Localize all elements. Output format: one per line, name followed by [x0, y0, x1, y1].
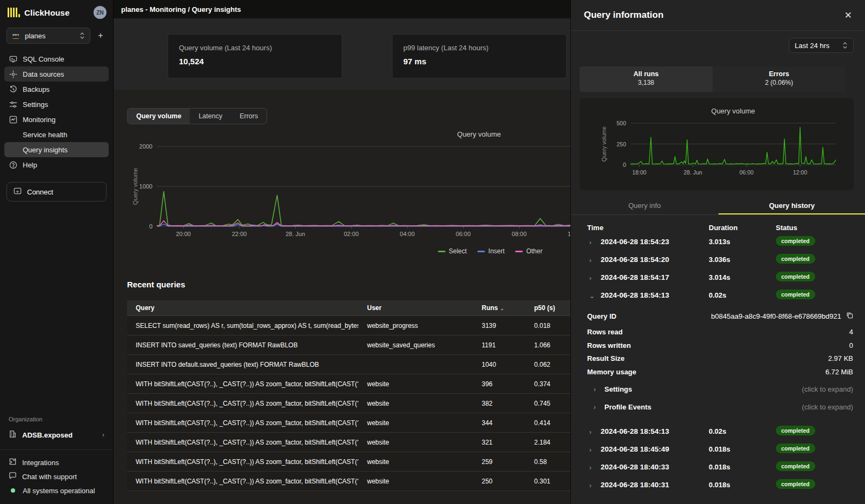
status-badge: completed: [776, 236, 815, 246]
svg-text:22:00: 22:00: [232, 231, 247, 237]
table-row[interactable]: SELECT sum(read_rows) AS r, sum(total_ro…: [127, 316, 570, 335]
history-row[interactable]: ›2024-06-28 18:54:203.036scompleted: [571, 254, 865, 269]
cell-runs: 321: [473, 439, 525, 446]
svg-text:250: 250: [616, 141, 626, 147]
legend-insert[interactable]: Insert: [477, 247, 504, 255]
service-select[interactable]: aws planes: [6, 28, 90, 44]
chevron-right-icon: ›: [594, 386, 596, 393]
breadcrumb: planes - Monitoring / Query insights: [121, 5, 241, 14]
table-row[interactable]: INSERT INTO saved_queries (text) FORMAT …: [127, 335, 570, 355]
organization-icon: [9, 430, 17, 440]
detail-value: 6.72 MiB: [826, 368, 853, 376]
history-row[interactable]: ⌄2024-06-28 18:54:130.02scompleted: [571, 290, 865, 305]
svg-text:06:00: 06:00: [740, 169, 754, 176]
history-row[interactable]: ›2024-06-28 18:45:490.018scompleted: [571, 443, 865, 459]
cell-runs: 1040: [473, 361, 525, 368]
system-status[interactable]: All systems operational: [0, 483, 113, 498]
chevron-right-icon: ›: [102, 431, 104, 439]
sidebar-item-label: Monitoring: [23, 116, 56, 124]
all-runs-tab[interactable]: All runs 3,138: [580, 66, 713, 92]
col-runs[interactable]: Runs⌄: [473, 304, 525, 312]
detail-label: Rows written: [587, 341, 631, 350]
panel-header: Query information ✕: [571, 0, 865, 31]
tab-query-volume[interactable]: Query volume: [128, 109, 190, 124]
history-row[interactable]: ›2024-06-28 18:54:173.014scompleted: [571, 272, 865, 287]
history-row[interactable]: ›2024-06-28 18:54:130.02scompleted: [571, 426, 865, 441]
query-volume-chart[interactable]: 01000200020:0022:0028. Jun02:0004:0006:0…: [124, 122, 570, 257]
sidebar-item-service-health[interactable]: Service health: [4, 127, 109, 142]
expandable-label: Settings: [604, 385, 632, 393]
history-time: 2024-06-28 18:45:49: [601, 445, 669, 453]
legend-select[interactable]: Select: [438, 247, 467, 255]
sidebar-item-integrations[interactable]: Integrations: [0, 455, 113, 469]
col-p50[interactable]: p50 (s): [525, 304, 570, 312]
close-icon[interactable]: ✕: [844, 11, 852, 20]
sidebar-item-help[interactable]: Help: [4, 157, 109, 172]
query-information-panel: Query information ✕ Last 24 hrs All runs…: [570, 0, 865, 504]
table-row[interactable]: WITH bitShiftLeft(CAST(?..), _CAST(?..))…: [127, 413, 570, 433]
sidebar-item-label: Settings: [23, 100, 48, 109]
stat-title: Query volume (Last 24 hours): [179, 44, 331, 52]
divider: [0, 449, 113, 450]
col-query[interactable]: Query: [127, 304, 358, 312]
cell-p50: 0.745: [525, 400, 570, 407]
cell-query: WITH bitShiftLeft(CAST(?..), _CAST(?..))…: [127, 400, 358, 407]
sidebar-item-settings[interactable]: Settings: [4, 97, 109, 112]
svg-text:0: 0: [623, 162, 626, 168]
sidebar-item-data-sources[interactable]: Data sources: [4, 66, 109, 82]
table-header: Query User Runs⌄ p50 (s): [127, 300, 570, 316]
svg-text:Query volume: Query volume: [711, 107, 755, 115]
detail-label: Memory usage: [587, 368, 636, 376]
table-row[interactable]: WITH bitShiftLeft(CAST(?..), _CAST(?..))…: [127, 374, 570, 394]
svg-text:0: 0: [149, 223, 152, 230]
organization-label: Organization: [0, 416, 113, 427]
tab-query-history[interactable]: Query history: [718, 197, 865, 214]
status-badge: completed: [776, 290, 815, 299]
organization-row[interactable]: ADSB.exposed ›: [0, 427, 113, 443]
svg-text:28. Jun: 28. Jun: [285, 231, 305, 237]
col-user[interactable]: User: [358, 304, 473, 312]
cell-user: website: [358, 478, 473, 485]
chevron-right-icon: ›: [589, 274, 591, 282]
history-row[interactable]: ›2024-06-28 18:40:330.018scompleted: [571, 461, 865, 476]
footer-item-label: Chat with support: [22, 473, 77, 481]
sql-console-icon: [9, 55, 17, 63]
stat-value: 10,524: [179, 57, 331, 66]
sidebar-item-chat-support[interactable]: Chat with support: [0, 469, 113, 483]
tab-latency[interactable]: Latency: [190, 109, 231, 124]
status-badge: completed: [776, 426, 815, 435]
svg-text:1000: 1000: [139, 183, 152, 190]
history-row[interactable]: ›2024-06-28 18:40:310.018scompleted: [571, 479, 865, 494]
status-badge: completed: [776, 254, 815, 264]
sidebar-item-query-insights[interactable]: Query insights: [4, 142, 109, 157]
add-service-button[interactable]: +: [95, 31, 107, 41]
settings-expandable[interactable]: › Settings (click to expand): [587, 384, 853, 397]
sidebar-item-monitoring[interactable]: Monitoring: [4, 112, 109, 127]
updown-chevron-icon: [842, 42, 848, 49]
sort-desc-icon: ⌄: [500, 306, 504, 311]
errors-tab[interactable]: Errors 2 (0.06%): [713, 66, 846, 92]
table-row[interactable]: WITH bitShiftLeft(CAST(?..), _CAST(?..))…: [127, 394, 570, 413]
help-icon: [9, 160, 17, 169]
puzzle-icon: [9, 458, 17, 467]
sidebar-item-backups[interactable]: Backups: [4, 82, 109, 97]
table-row[interactable]: WITH bitShiftLeft(CAST(?..), _CAST(?..))…: [127, 433, 570, 452]
tab-query-info[interactable]: Query info: [571, 197, 718, 214]
sidebar-item-sql-console[interactable]: SQL Console: [4, 51, 109, 66]
table-row[interactable]: INSERT INTO default.saved_queries (text)…: [127, 355, 570, 374]
updown-chevron-icon: [79, 32, 85, 39]
profile-events-expandable[interactable]: › Profile Events (click to expand): [587, 401, 853, 414]
mini-query-volume-chart[interactable]: 025050018:0028. Jun06:0012:00Query volum…: [580, 98, 854, 190]
chart-legend: Select Insert Other: [438, 247, 542, 255]
status-badge: completed: [776, 272, 815, 281]
detail-query-id: Query ID b0845aa9-a8c9-49f0-8f68-e678669…: [587, 311, 853, 324]
connect-button[interactable]: Connect: [6, 182, 107, 201]
history-row[interactable]: ›2024-06-28 18:54:233.013scompleted: [571, 236, 865, 251]
user-avatar[interactable]: ZN: [94, 6, 107, 19]
copy-icon[interactable]: [846, 312, 853, 320]
legend-other[interactable]: Other: [515, 247, 542, 255]
time-range-select[interactable]: Last 24 hrs: [789, 38, 854, 53]
table-row[interactable]: WITH bitShiftLeft(CAST(?..), _CAST(?..))…: [127, 472, 570, 491]
tab-errors[interactable]: Errors: [231, 109, 267, 124]
table-row[interactable]: WITH bitShiftLeft(CAST(?..), _CAST(?..))…: [127, 452, 570, 472]
